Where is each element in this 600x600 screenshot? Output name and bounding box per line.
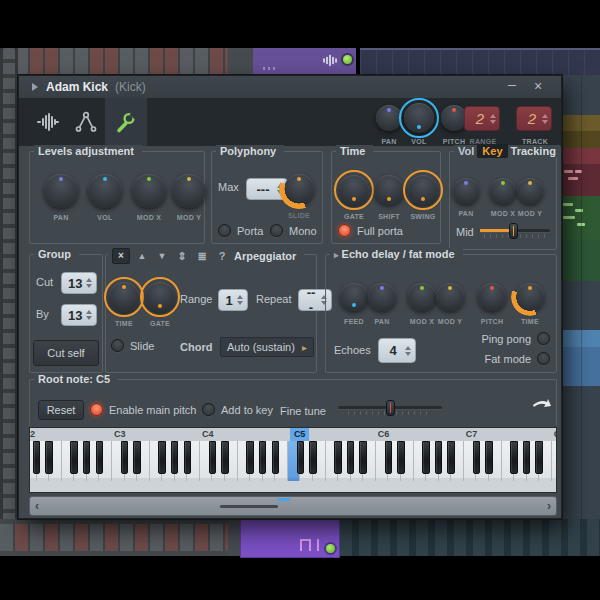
master-volume-knob[interactable] bbox=[404, 103, 434, 133]
black-key[interactable] bbox=[171, 441, 178, 474]
levels-mody-knob[interactable] bbox=[172, 174, 206, 208]
arp-gate-knob[interactable] bbox=[145, 282, 175, 312]
minimize-button[interactable]: – bbox=[503, 76, 521, 92]
tab-envelope[interactable] bbox=[67, 98, 105, 146]
black-key[interactable] bbox=[447, 441, 454, 474]
porta-radio[interactable] bbox=[218, 224, 231, 237]
levels-pan-knob[interactable] bbox=[44, 174, 78, 208]
ping-pong-radio[interactable] bbox=[537, 332, 550, 345]
playlist-audio-clip[interactable] bbox=[253, 48, 356, 76]
tracking-mody-knob[interactable] bbox=[517, 178, 543, 204]
arp-random-icon[interactable]: ? bbox=[214, 250, 230, 262]
mono-radio[interactable] bbox=[270, 224, 283, 237]
channel-menu-arrow-icon[interactable] bbox=[32, 83, 38, 91]
fat-mode-radio[interactable] bbox=[537, 352, 550, 365]
black-key[interactable] bbox=[259, 441, 266, 474]
arp-off-icon[interactable]: × bbox=[112, 248, 130, 264]
arp-time-knob[interactable] bbox=[109, 282, 139, 312]
section-arrow-icon[interactable]: ▸ bbox=[334, 250, 339, 260]
black-key[interactable] bbox=[359, 441, 366, 474]
shift-knob[interactable] bbox=[374, 175, 404, 205]
pitch-range-value[interactable]: 2 bbox=[464, 106, 500, 131]
stepper-arrows-icon[interactable] bbox=[237, 295, 243, 305]
black-key[interactable] bbox=[96, 441, 103, 474]
black-key[interactable] bbox=[246, 441, 253, 474]
by-spinner[interactable]: 13 bbox=[61, 304, 97, 326]
echo-pan-knob[interactable] bbox=[368, 283, 396, 311]
black-key[interactable] bbox=[121, 441, 128, 474]
black-key[interactable] bbox=[510, 441, 517, 474]
stepper-arrows-icon[interactable] bbox=[86, 310, 92, 320]
enable-main-pitch-option[interactable]: Enable main pitch bbox=[90, 403, 196, 416]
levels-modx-knob[interactable] bbox=[132, 174, 166, 208]
add-to-key-option[interactable]: Add to key bbox=[202, 403, 273, 416]
black-key[interactable] bbox=[523, 441, 530, 474]
porta-option[interactable]: Porta bbox=[218, 224, 263, 237]
slide-time-knob[interactable] bbox=[284, 174, 314, 204]
mono-option[interactable]: Mono bbox=[270, 224, 317, 237]
arp-sticky-icon[interactable]: ≣ bbox=[194, 250, 210, 263]
slider-handle[interactable] bbox=[386, 400, 395, 416]
black-key[interactable] bbox=[221, 441, 228, 474]
chord-dropdown[interactable]: Auto (sustain) ▸ bbox=[220, 337, 314, 357]
arp-up-icon[interactable]: ▲ bbox=[134, 251, 150, 261]
black-key[interactable] bbox=[347, 441, 354, 474]
echo-mody-knob[interactable] bbox=[436, 283, 464, 311]
echo-time-knob[interactable] bbox=[516, 283, 544, 311]
black-key[interactable] bbox=[272, 441, 279, 474]
close-button[interactable]: × bbox=[529, 78, 547, 94]
black-key[interactable] bbox=[535, 441, 542, 474]
fine-tune-slider[interactable] bbox=[338, 400, 442, 417]
tab-misc-functions[interactable] bbox=[105, 98, 147, 146]
black-key[interactable] bbox=[70, 441, 77, 474]
stepper-arrows-icon[interactable] bbox=[405, 346, 411, 356]
black-key[interactable] bbox=[422, 441, 429, 474]
echo-modx-knob[interactable] bbox=[408, 283, 436, 311]
mid-slider[interactable] bbox=[480, 223, 550, 240]
tracking-tab-key[interactable]: Key bbox=[477, 144, 507, 158]
full-porta-option[interactable]: Full porta bbox=[338, 224, 403, 237]
black-key[interactable] bbox=[485, 441, 492, 474]
black-key[interactable] bbox=[158, 441, 165, 474]
ping-pong-option[interactable]: Ping pong bbox=[481, 332, 550, 345]
black-key[interactable] bbox=[297, 441, 304, 474]
black-key[interactable] bbox=[133, 441, 140, 474]
keyboard-scrollbar[interactable]: ‹ › bbox=[29, 496, 557, 516]
tracking-tab-vol[interactable]: Vol bbox=[458, 145, 474, 157]
scroll-right-icon[interactable]: › bbox=[547, 499, 551, 513]
add-to-key-radio[interactable] bbox=[202, 403, 215, 416]
track-value[interactable]: 2 bbox=[516, 106, 552, 131]
tracking-pan-knob[interactable] bbox=[453, 178, 479, 204]
arp-slide-radio[interactable] bbox=[111, 339, 124, 352]
levels-vol-knob[interactable] bbox=[88, 174, 122, 208]
arp-slide-option[interactable]: Slide bbox=[111, 339, 154, 352]
black-key[interactable] bbox=[309, 441, 316, 474]
black-key[interactable] bbox=[45, 441, 52, 474]
arp-down-icon[interactable]: ▼ bbox=[154, 251, 170, 261]
gate-knob[interactable] bbox=[339, 175, 369, 205]
tab-sample[interactable] bbox=[29, 98, 67, 146]
echo-pitch-knob[interactable] bbox=[478, 283, 506, 311]
fat-mode-option[interactable]: Fat mode bbox=[485, 352, 550, 365]
echoes-spinner[interactable]: 4 bbox=[378, 338, 416, 363]
window-title-bar[interactable]: Adam Kick (Kick) – × bbox=[19, 76, 561, 99]
arp-bounce-icon[interactable]: ⇕ bbox=[174, 250, 190, 263]
black-key[interactable] bbox=[33, 441, 40, 474]
echo-feed-knob[interactable] bbox=[340, 283, 368, 311]
black-key[interactable] bbox=[435, 441, 442, 474]
keyboard-keys[interactable] bbox=[30, 441, 556, 481]
stepper-arrows-icon[interactable] bbox=[490, 114, 496, 124]
stepper-arrows-icon[interactable] bbox=[86, 278, 92, 288]
slider-handle[interactable] bbox=[509, 223, 518, 239]
black-key[interactable] bbox=[83, 441, 90, 474]
stepper-arrows-icon[interactable] bbox=[542, 114, 548, 124]
black-key[interactable] bbox=[209, 441, 216, 474]
enable-main-pitch-radio[interactable] bbox=[90, 403, 103, 416]
black-key[interactable] bbox=[385, 441, 392, 474]
scroll-left-icon[interactable]: ‹ bbox=[35, 499, 39, 513]
cut-spinner[interactable]: 13 bbox=[61, 272, 97, 294]
scrollbar-thumb[interactable] bbox=[220, 505, 278, 508]
black-key[interactable] bbox=[184, 441, 191, 474]
black-key[interactable] bbox=[397, 441, 404, 474]
cut-self-button[interactable]: Cut self bbox=[33, 340, 99, 366]
